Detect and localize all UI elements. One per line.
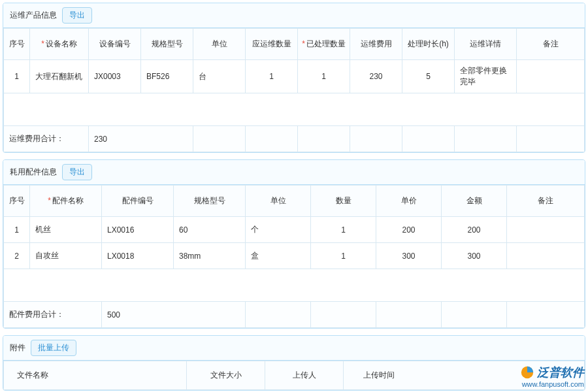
cell-detail: 全部零件更换完毕 — [455, 60, 517, 93]
cell-part-name: 自攻丝 — [30, 243, 102, 269]
parts-table: 序号 *配件名称 配件编号 规格型号 单位 数量 单价 金额 备注 1 机丝 L… — [3, 185, 585, 328]
total-label: 运维费用合计： — [4, 126, 89, 152]
col-part-code: 配件编号 — [102, 186, 174, 217]
col-unit: 单位 — [193, 29, 246, 60]
col-should-qty: 应运维数量 — [246, 29, 298, 60]
table-header-row: 序号 *设备名称 设备编号 规格型号 单位 应运维数量 *已处理数量 运维费用 … — [4, 29, 585, 60]
panel-title: 附件 — [10, 342, 25, 353]
col-uploader: 上传人 — [265, 361, 344, 390]
col-filesize: 文件大小 — [187, 361, 265, 390]
col-spec: 规格型号 — [141, 29, 193, 60]
attachment-panel: 附件 批量上传 文件名称 文件大小 上传人 上传时间 — [3, 335, 585, 391]
total-value: 230 — [89, 126, 193, 152]
col-remark: 备注 — [507, 186, 585, 217]
cell-seq: 2 — [4, 243, 30, 269]
table-header-row: 文件名称 文件大小 上传人 上传时间 — [4, 361, 585, 390]
col-filename: 文件名称 — [4, 361, 187, 390]
panel-title: 耗用配件信息 — [10, 167, 57, 178]
col-processed-qty: *已处理数量 — [298, 29, 350, 60]
cell-should-qty: 1 — [246, 60, 298, 93]
maintenance-product-panel: 运维产品信息 导出 序号 *设备名称 设备编号 规格型号 单位 应运维数量 *已… — [3, 3, 585, 153]
col-cost: 运维费用 — [350, 29, 402, 60]
panel-header: 耗用配件信息 导出 — [3, 160, 585, 185]
col-seq: 序号 — [4, 29, 30, 60]
col-seq: 序号 — [4, 186, 30, 217]
cell-part-name: 机丝 — [30, 217, 102, 243]
cell-part-code: LX0018 — [102, 243, 174, 269]
total-row: 运维费用合计： 230 — [4, 126, 585, 152]
cell-spec: BF526 — [141, 60, 193, 93]
cell-price: 300 — [376, 243, 442, 269]
col-detail: 运维详情 — [455, 29, 517, 60]
total-label: 配件费用合计： — [4, 302, 102, 328]
parts-usage-panel: 耗用配件信息 导出 序号 *配件名称 配件编号 规格型号 单位 数量 单价 金额… — [3, 159, 585, 329]
table-row: 1 机丝 LX0016 60 个 1 200 200 — [4, 217, 585, 243]
cell-amount: 300 — [442, 243, 507, 269]
cell-price: 200 — [376, 217, 442, 243]
cell-processed-qty: 1 — [298, 60, 350, 93]
brand-name: 泛普软件 — [537, 365, 584, 380]
col-price: 单价 — [376, 186, 442, 217]
table-row: 1 大理石翻新机 JX0003 BF526 台 1 1 230 5 全部零件更换… — [4, 60, 585, 93]
cell-remark — [517, 60, 585, 93]
spacer-row — [4, 93, 585, 126]
col-device-name: *设备名称 — [30, 29, 89, 60]
table-row: 2 自攻丝 LX0018 38mm 盒 1 300 300 — [4, 243, 585, 269]
total-row: 配件费用合计： 500 — [4, 302, 585, 328]
col-amount: 金额 — [442, 186, 507, 217]
maintenance-table: 序号 *设备名称 设备编号 规格型号 单位 应运维数量 *已处理数量 运维费用 … — [3, 28, 585, 152]
attachment-table: 文件名称 文件大小 上传人 上传时间 — [3, 361, 585, 390]
col-spec: 规格型号 — [174, 186, 246, 217]
cell-remark — [507, 217, 585, 243]
col-duration: 处理时长(h) — [402, 29, 455, 60]
panel-header: 附件 批量上传 — [3, 336, 585, 361]
cell-amount: 200 — [442, 217, 507, 243]
col-part-name: *配件名称 — [30, 186, 102, 217]
export-button[interactable]: 导出 — [62, 164, 92, 180]
cell-qty: 1 — [311, 243, 376, 269]
cell-qty: 1 — [311, 217, 376, 243]
table-header-row: 序号 *配件名称 配件编号 规格型号 单位 数量 单价 金额 备注 — [4, 186, 585, 217]
cell-remark — [507, 243, 585, 269]
batch-upload-button[interactable]: 批量上传 — [31, 340, 76, 356]
brand-footer: 泛普软件 www.fanpusoft.com — [520, 365, 584, 388]
total-value: 500 — [102, 302, 246, 328]
export-button[interactable]: 导出 — [62, 7, 92, 24]
cell-spec: 60 — [174, 217, 246, 243]
col-unit: 单位 — [246, 186, 311, 217]
cell-unit: 盒 — [246, 243, 311, 269]
col-qty: 数量 — [311, 186, 376, 217]
cell-unit: 台 — [193, 60, 246, 93]
cell-unit: 个 — [246, 217, 311, 243]
col-device-code: 设备编号 — [89, 29, 141, 60]
panel-title: 运维产品信息 — [10, 10, 57, 21]
cell-device-code: JX0003 — [89, 60, 141, 93]
brand-logo-icon — [520, 365, 534, 380]
panel-header: 运维产品信息 导出 — [3, 3, 585, 28]
spacer-row — [4, 269, 585, 302]
cell-device-name: 大理石翻新机 — [30, 60, 89, 93]
cell-seq: 1 — [4, 217, 30, 243]
cell-spec: 38mm — [174, 243, 246, 269]
cell-part-code: LX0016 — [102, 217, 174, 243]
col-remark: 备注 — [517, 29, 585, 60]
cell-seq: 1 — [4, 60, 30, 93]
cell-cost: 230 — [350, 60, 402, 93]
brand-url: www.fanpusoft.com — [520, 380, 584, 388]
cell-duration: 5 — [402, 60, 455, 93]
